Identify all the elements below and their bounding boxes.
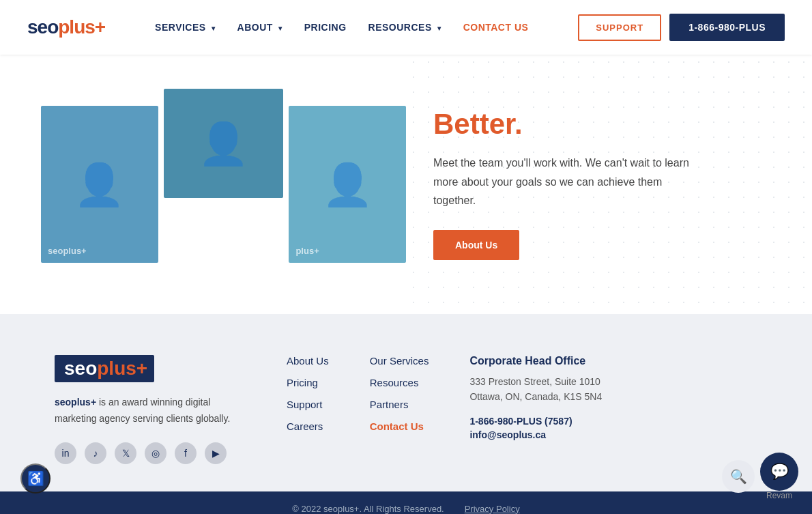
footer-contact-column: Corporate Head Office 333 Preston Street… — [469, 355, 620, 464]
search-icon: 🔍 — [730, 468, 747, 485]
text-column: Better. Meet the team you'll work with. … — [406, 55, 812, 314]
footer-link-services-anchor[interactable]: Our Services — [370, 355, 429, 367]
logo[interactable]: seoplus+ — [27, 16, 105, 38]
accessibility-icon: ♿ — [27, 470, 44, 487]
nav-link-about[interactable]: ABOUT ▾ — [237, 22, 282, 33]
footer-logo: seoplus+ — [55, 355, 246, 382]
nav-item-resources[interactable]: RESOURCES ▾ — [368, 21, 441, 33]
person-silhouette-2: 👤 — [164, 89, 284, 198]
phone-button[interactable]: 1-866-980-PLUS — [669, 14, 785, 41]
office-phone[interactable]: 1-866-980-PLUS (7587) — [469, 416, 620, 427]
chevron-down-icon: ▾ — [437, 25, 441, 32]
nav-item-contact[interactable]: CONTACT US — [463, 21, 529, 33]
copyright-text: © 2022 seoplus+. All Rights Reserved. — [292, 504, 444, 514]
section-heading: Better. — [433, 109, 771, 140]
footer-brand: seoplus+ seoplus+ is an award winning di… — [55, 355, 246, 464]
footer: seoplus+ seoplus+ is an award winning di… — [0, 314, 812, 514]
office-email[interactable]: info@seoplus.ca — [469, 429, 620, 440]
social-icon-facebook[interactable]: f — [175, 442, 197, 464]
chat-search-button[interactable]: 🔍 — [722, 460, 755, 493]
nav-item-about[interactable]: ABOUT ▾ — [237, 21, 282, 33]
logo-plus: plus+ — [58, 16, 105, 38]
footer-link-about-anchor[interactable]: About Us — [287, 355, 329, 367]
chevron-down-icon: ▾ — [278, 25, 282, 32]
footer-link-support[interactable]: Support — [287, 399, 329, 411]
footer-nav-cols: About Us Pricing Support Careers Our Ser… — [287, 355, 757, 464]
nav-item-pricing[interactable]: PRICING — [304, 21, 347, 33]
about-us-button[interactable]: About Us — [433, 230, 519, 260]
footer-link-resources-anchor[interactable]: Resources — [370, 377, 419, 388]
footer-link-resources[interactable]: Resources — [370, 377, 429, 389]
nav-item-services[interactable]: SERVICES ▾ — [155, 21, 215, 33]
social-icon-youtube[interactable]: ▶ — [205, 442, 227, 464]
person-silhouette-1: 👤 — [41, 106, 158, 263]
social-icon-tiktok[interactable]: ♪ — [85, 442, 106, 464]
footer-link-services[interactable]: Our Services — [370, 355, 429, 367]
footer-link-careers[interactable]: Careers — [287, 420, 329, 433]
accessibility-button[interactable]: ♿ — [20, 463, 50, 494]
social-icon-twitter[interactable]: 𝕏 — [115, 442, 136, 464]
logo-seo: seo — [27, 16, 58, 38]
logo-watermark-2: plus+ — [295, 246, 319, 256]
nav-link-resources[interactable]: RESOURCES ▾ — [368, 22, 441, 33]
images-column: 👤 seoplus+ 👤 👤 plus+ — [0, 55, 406, 314]
footer-brand-desc: seoplus+ is an award winning digital mar… — [55, 395, 246, 427]
support-button[interactable]: SUPPORT — [578, 14, 661, 41]
footer-link-pricing-anchor[interactable]: Pricing — [287, 377, 318, 388]
social-icons: in ♪ 𝕏 ◎ f ▶ — [55, 442, 246, 464]
nav-link-pricing[interactable]: PRICING — [304, 22, 347, 33]
footer-link-partners-anchor[interactable]: Partners — [370, 399, 409, 410]
logo-watermark: seoplus+ — [48, 246, 87, 256]
navbar: seoplus+ SERVICES ▾ ABOUT ▾ PRICING RESO… — [0, 0, 812, 55]
main-section: 👤 seoplus+ 👤 👤 plus+ Better. Meet the te… — [0, 55, 812, 314]
footer-link-support-anchor[interactable]: Support — [287, 399, 323, 410]
office-address: 333 Preston Street, Suite 1010 Ottawa, O… — [469, 374, 620, 405]
footer-logo-box: seoplus+ — [55, 355, 154, 382]
corporate-office-heading: Corporate Head Office — [469, 355, 620, 367]
section-description: Meet the team you'll work with. We can't… — [433, 154, 693, 210]
nav-links: SERVICES ▾ ABOUT ▾ PRICING RESOURCES ▾ C… — [155, 21, 528, 33]
chat-widget: 💬 Revam — [760, 453, 798, 500]
footer-link-about[interactable]: About Us — [287, 355, 329, 367]
chat-area: 🔍 💬 Revam — [722, 453, 798, 500]
nav-link-services[interactable]: SERVICES ▾ — [155, 22, 215, 33]
nav-ctas: SUPPORT 1-866-980-PLUS — [578, 14, 785, 41]
footer-link-partners[interactable]: Partners — [370, 399, 429, 411]
chat-icon: 💬 — [770, 463, 789, 481]
team-photo-mid: 👤 — [164, 89, 284, 198]
chevron-down-icon: ▾ — [212, 25, 216, 32]
footer-top: seoplus+ seoplus+ is an award winning di… — [55, 355, 757, 491]
social-icon-instagram[interactable]: ◎ — [145, 442, 166, 464]
footer-link-contact[interactable]: Contact Us — [370, 420, 429, 433]
footer-link-contact-anchor[interactable]: Contact Us — [370, 420, 424, 432]
chat-open-button[interactable]: 💬 — [760, 453, 798, 491]
team-photo-left: 👤 seoplus+ — [41, 106, 158, 263]
footer-link-pricing[interactable]: Pricing — [287, 377, 329, 389]
footer-bottom-bar: © 2022 seoplus+. All Rights Reserved. Pr… — [0, 491, 812, 514]
footer-nav-col-1: About Us Pricing Support Careers — [287, 355, 329, 464]
footer-nav-col-2: Our Services Resources Partners Contact … — [370, 355, 429, 464]
privacy-policy-link[interactable]: Privacy Policy — [465, 504, 520, 514]
social-icon-linkedin[interactable]: in — [55, 442, 76, 464]
nav-link-contact[interactable]: CONTACT US — [463, 22, 529, 33]
team-photo-right: 👤 plus+ — [289, 106, 406, 263]
person-silhouette-3: 👤 — [289, 106, 406, 263]
footer-link-careers-anchor[interactable]: Careers — [287, 420, 323, 432]
text-content: Better. Meet the team you'll work with. … — [433, 109, 771, 260]
chat-label: Revam — [766, 491, 792, 500]
